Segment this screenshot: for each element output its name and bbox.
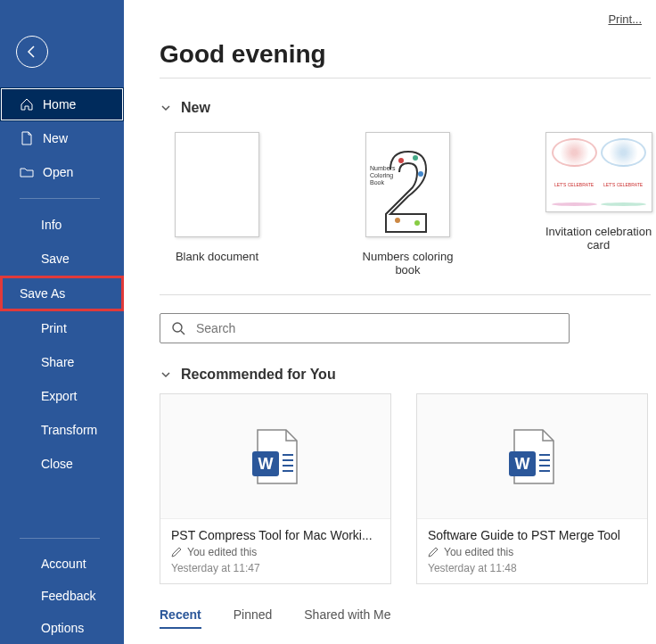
main-content: Print... Good evening New Blank document… xyxy=(124,0,656,644)
tab-shared[interactable]: Shared with Me xyxy=(304,607,390,629)
svg-point-5 xyxy=(173,323,182,332)
card-thumb: W xyxy=(160,394,390,519)
svg-text:W: W xyxy=(515,455,530,473)
section-new-header[interactable]: New xyxy=(160,100,656,116)
tab-pinned[interactable]: Pinned xyxy=(234,607,273,629)
recommended-card[interactable]: W Software Guide to PST Merge Tool You e… xyxy=(416,393,648,584)
templates-row: Blank document Numbers Coloring Book Num… xyxy=(160,132,656,277)
search-input[interactable] xyxy=(196,321,558,335)
template-invitation-thumb: LET'S CELEBRATE LET'S CELEBRATE xyxy=(545,132,652,212)
divider xyxy=(160,294,651,295)
chevron-down-icon xyxy=(160,368,172,381)
pencil-icon xyxy=(428,547,439,557)
nav-new-label: New xyxy=(43,131,68,145)
svg-text:W: W xyxy=(258,455,274,473)
template-numbers[interactable]: Numbers Coloring Book Numbers coloring b… xyxy=(350,132,465,277)
card-thumb: W xyxy=(417,394,647,519)
section-new-label: New xyxy=(181,100,210,116)
card-title: PST Compress Tool for Mac Worki... xyxy=(160,519,390,546)
nav-share[interactable]: Share xyxy=(0,345,124,379)
recommended-card[interactable]: W PST Compress Tool for Mac Worki... You… xyxy=(160,393,391,584)
nav-feedback[interactable]: Feedback xyxy=(0,580,124,612)
arrow-left-icon xyxy=(25,45,39,59)
template-blank-label: Blank document xyxy=(160,250,275,263)
sidebar-divider-bottom xyxy=(20,538,100,539)
card-title: Software Guide to PST Merge Tool xyxy=(417,519,647,546)
nav-account[interactable]: Account xyxy=(0,548,124,580)
search-icon xyxy=(171,321,185,335)
card-time: Yesterday at 11:47 xyxy=(160,562,390,583)
document-icon xyxy=(20,131,34,145)
template-numbers-thumb: Numbers Coloring Book xyxy=(365,132,450,237)
tab-recent[interactable]: Recent xyxy=(160,607,201,629)
home-icon xyxy=(20,97,34,111)
svg-point-2 xyxy=(418,171,423,177)
number-two-icon xyxy=(381,147,435,236)
svg-point-1 xyxy=(413,155,418,161)
section-recommended-header[interactable]: Recommended for You xyxy=(160,367,656,383)
section-recommended-label: Recommended for You xyxy=(181,367,336,383)
svg-line-6 xyxy=(181,331,184,334)
nav-info[interactable]: Info xyxy=(0,208,124,242)
greeting-title: Good evening xyxy=(160,40,656,69)
nav-save-as[interactable]: Save As xyxy=(0,276,124,311)
nav-open[interactable]: Open xyxy=(0,155,124,189)
card-meta: You edited this xyxy=(417,546,647,562)
nav-open-label: Open xyxy=(43,165,73,179)
recommended-cards: W PST Compress Tool for Mac Worki... You… xyxy=(160,393,656,584)
back-button[interactable] xyxy=(16,36,48,68)
word-doc-icon: W xyxy=(507,428,557,485)
card-time: Yesterday at 11:48 xyxy=(417,562,647,583)
template-invitation[interactable]: LET'S CELEBRATE LET'S CELEBRATE Invitati… xyxy=(541,132,656,277)
svg-point-0 xyxy=(398,158,404,163)
template-numbers-label: Numbers coloring book xyxy=(350,250,465,277)
sidebar-divider xyxy=(20,198,100,199)
svg-point-3 xyxy=(395,218,400,223)
chevron-down-icon xyxy=(160,102,172,114)
nav-options[interactable]: Options xyxy=(0,612,124,644)
nav-close[interactable]: Close xyxy=(0,447,124,481)
folder-open-icon xyxy=(20,165,34,179)
word-doc-icon: W xyxy=(250,428,300,485)
nav-home[interactable]: Home xyxy=(0,87,124,121)
template-blank-thumb xyxy=(175,132,259,237)
print-link[interactable]: Print... xyxy=(608,12,642,26)
nav-save[interactable]: Save xyxy=(0,242,124,276)
nav-transform[interactable]: Transform xyxy=(0,413,124,447)
nav-new[interactable]: New xyxy=(0,121,124,155)
card-meta: You edited this xyxy=(160,546,390,562)
template-blank[interactable]: Blank document xyxy=(160,132,275,277)
recent-tabs: Recent Pinned Shared with Me xyxy=(160,607,656,629)
svg-point-4 xyxy=(414,220,420,226)
template-invitation-label: Invitation celebration card xyxy=(541,225,656,252)
nav-home-label: Home xyxy=(43,97,76,111)
sidebar: Home New Open Info Save Save As Print Sh… xyxy=(0,0,124,644)
nav-print[interactable]: Print xyxy=(0,311,124,345)
divider xyxy=(160,78,651,78)
nav-export[interactable]: Export xyxy=(0,379,124,413)
search-box[interactable] xyxy=(160,313,570,343)
pencil-icon xyxy=(171,547,182,557)
